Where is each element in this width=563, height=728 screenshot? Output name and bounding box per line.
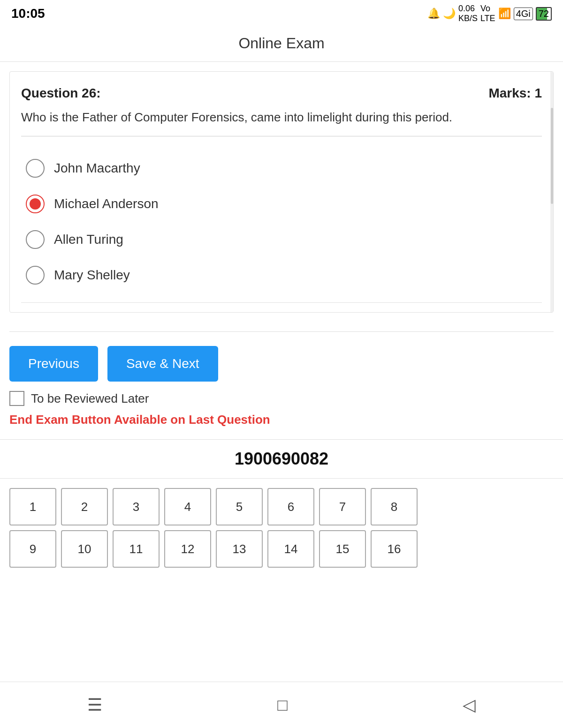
- grid-cell-1[interactable]: 1: [9, 488, 56, 525]
- grid-cell-4[interactable]: 4: [164, 488, 211, 525]
- home-icon[interactable]: □: [268, 691, 297, 719]
- scrollbar-thumb[interactable]: [551, 108, 553, 204]
- options-divider: [21, 302, 542, 303]
- grid-cell-5[interactable]: 5: [216, 488, 263, 525]
- question-header: Question 26: Marks: 1: [21, 86, 542, 101]
- question-text: Who is the Father of Computer Forensics,…: [21, 108, 542, 127]
- action-buttons: Previous Save & Next: [9, 346, 554, 382]
- grid-cell-8[interactable]: 8: [371, 488, 418, 525]
- question-number: Question 26:: [21, 86, 101, 101]
- grid-cell-2[interactable]: 2: [61, 488, 108, 525]
- grid-row-2: 9 10 11 12 13 14 15 16: [9, 530, 554, 568]
- grid-cell-11[interactable]: 11: [113, 530, 160, 568]
- option-2-text: Michael Anderson: [54, 196, 159, 211]
- save-next-button[interactable]: Save & Next: [107, 346, 218, 382]
- option-1-text: John Macarthy: [54, 161, 140, 176]
- grid-cell-3[interactable]: 3: [113, 488, 160, 525]
- option-3-text: Allen Turing: [54, 232, 123, 247]
- back-icon[interactable]: ◁: [453, 691, 485, 719]
- review-label: To be Reviewed Later: [31, 391, 149, 406]
- question-grid: 1 2 3 4 5 6 7 8 9 10 11 12 13 14 15 16: [0, 479, 563, 582]
- bottom-nav: ☰ □ ◁: [0, 682, 563, 728]
- grid-cell-13[interactable]: 13: [216, 530, 263, 568]
- question-inner: Question 26: Marks: 1 Who is the Father …: [10, 72, 553, 312]
- question-divider: [21, 136, 542, 136]
- grid-cell-16[interactable]: 16: [371, 530, 418, 568]
- option-1[interactable]: John Macarthy: [21, 150, 542, 186]
- notification-icon: 🔔: [427, 8, 440, 20]
- grid-cell-6[interactable]: 6: [267, 488, 314, 525]
- radio-option-1[interactable]: [26, 159, 45, 178]
- signal-bars: 📶: [498, 8, 511, 20]
- app-title: Online Exam: [238, 35, 324, 52]
- moon-icon: 🌙: [443, 8, 456, 20]
- app-titlebar: Online Exam: [0, 27, 563, 62]
- enrollment-bar: 1900690082: [0, 439, 563, 479]
- network-vo: VoLTE: [480, 4, 495, 23]
- grid-row-1: 1 2 3 4 5 6 7 8: [9, 488, 554, 525]
- option-3[interactable]: Allen Turing: [21, 222, 542, 257]
- radio-option-4[interactable]: [26, 266, 45, 285]
- status-bar: 10:05 🔔 🌙 0.06KB/S VoLTE 📶 4Gi 72: [0, 0, 563, 27]
- enrollment-number: 1900690082: [235, 449, 328, 468]
- review-row: To be Reviewed Later: [9, 391, 554, 406]
- radio-inner-selected: [30, 198, 41, 210]
- radio-option-3[interactable]: [26, 230, 45, 249]
- review-checkbox[interactable]: [9, 391, 24, 406]
- scrollbar-track[interactable]: [550, 72, 553, 312]
- main-content: Question 26: Marks: 1 Who is the Father …: [0, 62, 563, 682]
- options-container: John Macarthy Michael Anderson Allen Tur…: [21, 146, 542, 298]
- menu-icon[interactable]: ☰: [78, 691, 112, 719]
- battery-indicator: 72: [536, 7, 552, 21]
- buttons-section: Previous Save & Next To be Reviewed Late…: [0, 332, 563, 435]
- grid-cell-15[interactable]: 15: [319, 530, 366, 568]
- option-4-text: Mary Shelley: [54, 268, 130, 283]
- question-card: Question 26: Marks: 1 Who is the Father …: [9, 71, 554, 313]
- network-4g: 4Gi: [514, 8, 533, 20]
- previous-button[interactable]: Previous: [9, 346, 98, 382]
- grid-cell-12[interactable]: 12: [164, 530, 211, 568]
- time-display: 10:05: [11, 6, 45, 21]
- option-4[interactable]: Mary Shelley: [21, 257, 542, 293]
- data-speed: 0.06KB/S: [458, 4, 478, 23]
- grid-cell-14[interactable]: 14: [267, 530, 314, 568]
- end-exam-notice: End Exam Button Available on Last Questi…: [9, 413, 554, 427]
- question-marks: Marks: 1: [488, 86, 542, 101]
- grid-cell-9[interactable]: 9: [9, 530, 56, 568]
- status-icons: 🔔 🌙 0.06KB/S VoLTE 📶 4Gi 72: [427, 4, 552, 23]
- option-2[interactable]: Michael Anderson: [21, 186, 542, 222]
- grid-cell-7[interactable]: 7: [319, 488, 366, 525]
- radio-option-2[interactable]: [26, 195, 45, 213]
- grid-cell-10[interactable]: 10: [61, 530, 108, 568]
